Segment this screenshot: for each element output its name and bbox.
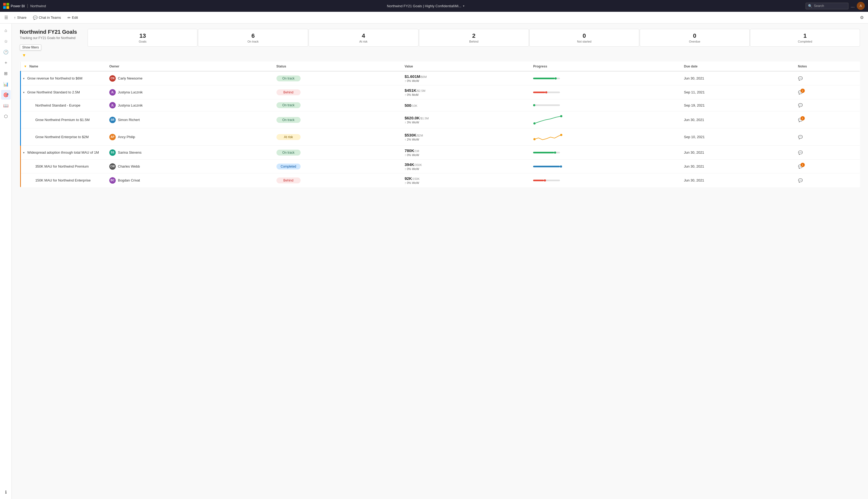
value-change: ↑ 0% WoW bbox=[405, 181, 527, 184]
goal-name: Grow Northwind Standard to 2.5M bbox=[27, 90, 80, 94]
svg-point-4 bbox=[560, 115, 562, 117]
sidebar-item-learn[interactable]: 📖 bbox=[1, 101, 11, 110]
sidebar-item-home[interactable]: ⌂ bbox=[1, 26, 11, 35]
notes-cell: 💬 bbox=[795, 173, 860, 187]
notes-button[interactable]: 💬1 bbox=[798, 165, 802, 169]
sidebar-item-data[interactable]: ⊞ bbox=[1, 69, 11, 78]
workspace-label: Northwind bbox=[30, 4, 46, 8]
stat-label: Completed bbox=[755, 40, 855, 43]
notes-badge: 1 bbox=[800, 163, 805, 167]
status-cell: On track bbox=[273, 146, 402, 160]
value-cell: 780K/1M ↑ 0% WoW bbox=[405, 148, 527, 157]
sidebar-item-recent[interactable]: 🕐 bbox=[1, 47, 11, 57]
notes-button[interactable]: 💬 bbox=[798, 103, 802, 107]
stat-number: 0 bbox=[534, 33, 635, 39]
value-target: /350K bbox=[414, 163, 422, 167]
value-change: ↑ 2% WoW bbox=[405, 138, 527, 141]
search-icon: 🔍 bbox=[808, 4, 812, 8]
progress-bar-fill bbox=[533, 152, 554, 154]
notes-cell: 💬 bbox=[795, 146, 860, 160]
search-box[interactable]: 🔍 Search bbox=[806, 3, 848, 9]
stat-number: 0 bbox=[644, 33, 745, 39]
goal-name: 150K MAU for Northwind Enterprise bbox=[35, 178, 91, 182]
value-cell: $451K/$2.5M ↑ 0% MoM bbox=[405, 88, 527, 96]
top-nav-actions: ... A bbox=[851, 2, 865, 10]
show-filters-button[interactable]: ▼ bbox=[20, 52, 28, 59]
value-change: ↑ 0% WoW bbox=[405, 79, 527, 83]
value-target: /$2.5M bbox=[416, 89, 426, 92]
owner-cell: AP Ancy Philip bbox=[106, 129, 273, 146]
edit-button[interactable]: ✏ Edit bbox=[65, 14, 81, 21]
settings-icon[interactable]: ⚙ bbox=[860, 15, 864, 20]
value-cell-container: 500/10K bbox=[401, 99, 530, 111]
progress-bar-container bbox=[533, 92, 560, 93]
sidebar-item-goals[interactable]: 🎯 bbox=[1, 90, 11, 100]
due-date-cell: Sep 19, 2021 bbox=[681, 99, 795, 111]
owner-name: Ancy Philip bbox=[118, 135, 135, 139]
value-main: 780K bbox=[405, 148, 414, 153]
filter-row: Show filters ▼ bbox=[20, 52, 860, 59]
value-main: $620.0K bbox=[405, 115, 420, 120]
notes-cell: 💬 bbox=[795, 99, 860, 111]
sidebar-item-create[interactable]: ＋ bbox=[1, 58, 11, 68]
expand-icon[interactable] bbox=[23, 151, 25, 154]
top-navigation: Power BI | Northwind Northwind FY21 Goal… bbox=[0, 0, 868, 12]
col-progress: Progress bbox=[530, 62, 681, 72]
status-badge: Behind bbox=[276, 89, 300, 95]
goal-name: 350K MAU for Northwind Premium bbox=[35, 165, 89, 168]
notes-badge: 1 bbox=[800, 116, 805, 121]
chat-in-teams-button[interactable]: 💬 Chat in Teams bbox=[30, 14, 64, 21]
status-badge: On track bbox=[276, 150, 300, 156]
value-cell: $620.0K/$1.5M ↑ 3% WoW bbox=[405, 115, 527, 124]
progress-bar-fill bbox=[533, 92, 545, 93]
stat-card-behind: 2 Behind bbox=[419, 29, 529, 47]
expand-icon[interactable] bbox=[23, 91, 25, 94]
value-cell-container: 780K/1M ↑ 0% WoW bbox=[401, 146, 530, 160]
main-layout: ⌂ ☆ 🕐 ＋ ⊞ 📊 🎯 📖 ⬡ ℹ Northwind FY21 Goals… bbox=[0, 24, 868, 499]
sidebar-item-favorites[interactable]: ☆ bbox=[1, 36, 11, 46]
notes-button[interactable]: 💬 bbox=[798, 150, 802, 155]
due-date-cell: Jun 30, 2021 bbox=[681, 71, 795, 85]
value-cell: $1.601M/$6M ↑ 0% WoW bbox=[405, 74, 527, 83]
value-change: ↑ 0% WoW bbox=[405, 167, 527, 171]
stat-card-not-started: 0 Not started bbox=[530, 29, 639, 47]
sidebar-item-apps[interactable]: ⬡ bbox=[1, 111, 11, 121]
notes-button[interactable]: 💬 bbox=[798, 76, 802, 81]
notes-button[interactable]: 💬 bbox=[798, 135, 802, 139]
status-badge: At risk bbox=[276, 134, 300, 140]
sidebar-item-info[interactable]: ℹ bbox=[1, 487, 11, 497]
value-main: $530K bbox=[405, 133, 416, 137]
progress-cell bbox=[530, 173, 681, 187]
sidebar-item-reports[interactable]: 📊 bbox=[1, 79, 11, 89]
title-chevron-icon[interactable]: ▾ bbox=[463, 4, 465, 8]
progress-bar-fill bbox=[533, 180, 544, 181]
due-date-cell: Sep 10, 2021 bbox=[681, 129, 795, 146]
notes-button[interactable]: 💬 bbox=[798, 178, 802, 183]
stat-label: Behind bbox=[424, 40, 524, 43]
owner-name: Justyna Lucznik bbox=[118, 104, 143, 107]
table-row: 150K MAU for Northwind Enterprise BC Bog… bbox=[20, 173, 860, 187]
microsoft-logo-icon bbox=[3, 3, 9, 9]
notes-cell: 💬2 bbox=[795, 85, 860, 99]
show-filters-tooltip: Show filters bbox=[20, 45, 41, 50]
stat-number: 2 bbox=[424, 33, 524, 39]
share-button[interactable]: ↑ Share bbox=[11, 14, 29, 21]
value-cell: 394K/350K ↑ 0% WoW bbox=[405, 162, 527, 171]
stat-card-completed: 1 Completed bbox=[750, 29, 860, 47]
notes-button[interactable]: 💬2 bbox=[798, 90, 802, 95]
notes-button[interactable]: 💬1 bbox=[798, 118, 802, 122]
goal-name: Grow revenue for Northwind to $6M bbox=[27, 76, 83, 80]
nav-divider: | bbox=[27, 3, 28, 8]
more-options-button[interactable]: ... bbox=[851, 3, 855, 9]
name-cell: 350K MAU for Northwind Premium bbox=[20, 160, 106, 173]
app-logo[interactable]: Power BI bbox=[3, 3, 25, 9]
hamburger-menu-icon[interactable]: ☰ bbox=[4, 15, 8, 20]
notes-cell: 💬1 bbox=[795, 160, 860, 173]
value-cell-container: $530K/$2M ↑ 2% WoW bbox=[401, 129, 530, 146]
name-cell: Grow revenue for Northwind to $6M bbox=[20, 71, 106, 85]
value-change: ↑ 0% WoW bbox=[405, 154, 527, 157]
user-avatar[interactable]: A bbox=[857, 2, 865, 10]
progress-cell bbox=[530, 85, 681, 99]
expand-icon[interactable] bbox=[23, 77, 25, 80]
value-target: /$6M bbox=[420, 75, 427, 78]
